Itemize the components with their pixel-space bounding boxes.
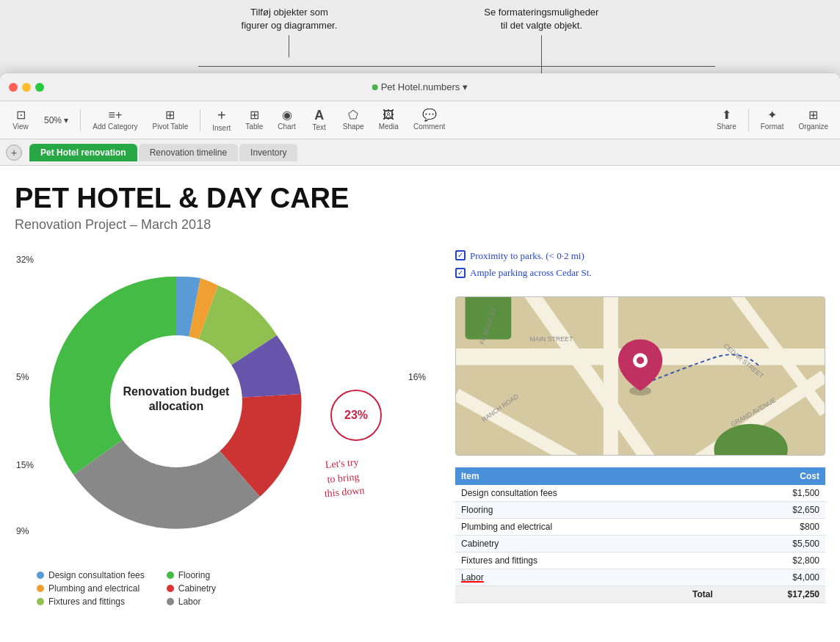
legend-item-labor: Labor: [167, 597, 216, 607]
data-table-container: Item Cost Design consultation fees $1,50…: [455, 467, 825, 603]
zoom-icon: 50% ▾: [44, 116, 68, 125]
shape-button[interactable]: ⬠ Shape: [337, 106, 370, 134]
legend-col-1: Design consultation fees Plumbing and el…: [37, 570, 145, 607]
tab-renovation-timeline[interactable]: Renovation timeline: [139, 144, 238, 161]
legend-item-fixtures: Fixtures and fittings: [37, 597, 145, 607]
legend-dot-labor: [167, 598, 174, 605]
svg-point-16: [637, 357, 644, 364]
note-proximity-text: Proximity to parks. (< 0·2 mi): [470, 247, 584, 264]
format-icon: ✦: [767, 109, 777, 121]
right-panel: ✓ Proximity to parks. (< 0·2 mi) ✓ Ample…: [455, 247, 825, 603]
legend-dot-design: [37, 572, 44, 579]
table-row: Fixtures and fittings $2,800: [455, 552, 825, 569]
window-title-text: Pet Hotel.numbers: [381, 81, 460, 92]
svg-rect-3: [604, 297, 618, 455]
checkbox-proximity: ✓: [455, 250, 466, 260]
note-proximity: ✓ Proximity to parks. (< 0·2 mi): [455, 247, 825, 264]
row-cost-cabinetry: $5,500: [719, 535, 825, 552]
legend-label-flooring: Flooring: [178, 570, 210, 580]
annotation-left: Tilføj objekter som figurer og diagramme…: [242, 6, 338, 73]
sheet-area[interactable]: PET HOTEL & DAY CARE Renovation Project …: [0, 166, 840, 642]
chart-label-5: 5%: [16, 372, 29, 382]
legend-dot-flooring: [167, 572, 174, 579]
table-label: Table: [245, 123, 263, 131]
chart-label-15: 15%: [16, 460, 34, 470]
view-button[interactable]: ⊡ View: [6, 106, 35, 134]
legend-label-cabinetry: Cabinetry: [178, 583, 216, 594]
legend-dot-plumbing: [37, 585, 44, 592]
text-icon: A: [314, 109, 324, 122]
annotation-right-line: [541, 35, 542, 73]
toolbar-sep-3: [748, 109, 749, 131]
organize-button[interactable]: ⊞ Organize: [792, 106, 834, 134]
table-row: Plumbing and electrical $800: [455, 518, 825, 535]
table-row: Flooring $2,650: [455, 501, 825, 518]
annotation-right-text: Se formateringsmuligheder til det valgte…: [484, 6, 598, 32]
legend-label-labor: Labor: [178, 597, 201, 607]
legend-label-design: Design consultation fees: [48, 570, 145, 580]
add-tab-button[interactable]: +: [6, 145, 22, 161]
chart-legend: Design consultation fees Plumbing and el…: [37, 570, 441, 607]
window-title-dropdown-icon[interactable]: ▾: [463, 81, 468, 92]
pivot-table-button[interactable]: ⊞ Pivot Table: [147, 106, 195, 134]
view-label: View: [12, 123, 29, 131]
row-cost-labor: $4,000: [719, 569, 825, 586]
annotation-right: Se formateringsmuligheder til det valgte…: [484, 6, 598, 73]
checkbox-parking: ✓: [455, 268, 466, 278]
insert-icon: +: [217, 108, 226, 123]
share-icon: ⬆: [722, 109, 731, 121]
add-category-label: Add Category: [93, 123, 137, 131]
toolbar: ⊡ View 50% ▾ ≡+ Add Category ⊞ Pivot Tab…: [0, 101, 840, 139]
legend-item-flooring: Flooring: [167, 570, 216, 580]
share-button[interactable]: ⬆ Share: [711, 106, 742, 134]
row-cost-plumbing: $800: [719, 518, 825, 535]
table-icon: ⊞: [250, 109, 259, 121]
table-button[interactable]: ⊞ Table: [239, 106, 269, 134]
table-row-labor: Labor $4,000: [455, 569, 825, 586]
top-annotations: Tilføj objekter som figurer og diagramme…: [0, 0, 840, 73]
map-area: FILMORE ST MAIN STREET RANCH ROAD CEDAR …: [455, 296, 825, 456]
row-item-labor: Labor: [455, 569, 719, 586]
format-button[interactable]: ✦ Format: [755, 106, 790, 134]
media-icon: 🖼: [383, 109, 394, 121]
insert-button[interactable]: + Insert: [206, 105, 236, 135]
total-value: $17,250: [719, 586, 825, 602]
chart-center-text-2: allocation: [149, 400, 204, 412]
toolbar-sep-1: [80, 109, 81, 131]
tab-pet-hotel-renovation[interactable]: Pet Hotel renovation: [29, 144, 137, 161]
row-cost-flooring: $2,650: [719, 501, 825, 518]
close-button[interactable]: [9, 83, 18, 92]
media-label: Media: [379, 123, 399, 131]
content-grid: 32% 5% 15% 9% 16%: [15, 247, 825, 603]
text-button[interactable]: A Text: [305, 106, 334, 134]
data-table: Item Cost Design consultation fees $1,50…: [455, 467, 825, 603]
table-total-row: Total $17,250: [455, 586, 825, 602]
format-label: Format: [761, 123, 784, 131]
chart-button[interactable]: ◉ Chart: [272, 106, 301, 134]
text-label: Text: [313, 123, 326, 131]
svg-text:MAIN STREET: MAIN STREET: [529, 335, 573, 342]
subtitle: Renovation Project – March 2018: [15, 217, 825, 233]
content-area: PET HOTEL & DAY CARE Renovation Project …: [0, 166, 840, 642]
minimize-button[interactable]: [22, 83, 31, 92]
pivot-table-label: Pivot Table: [153, 123, 189, 131]
share-label: Share: [717, 123, 736, 131]
legend-col-2: Flooring Cabinetry Labor: [167, 570, 216, 607]
shape-label: Shape: [343, 123, 364, 131]
window-title: Pet Hotel.numbers ▾: [372, 81, 468, 92]
circle-23-annotation: 23%: [330, 390, 382, 441]
legend-label-fixtures: Fixtures and fittings: [48, 597, 125, 607]
tab-inventory[interactable]: Inventory: [239, 144, 297, 161]
media-button[interactable]: 🖼 Media: [373, 106, 405, 134]
fullscreen-button[interactable]: [35, 83, 44, 92]
comment-button[interactable]: 💬 Comment: [408, 106, 451, 134]
row-cost-design: $1,500: [719, 485, 825, 502]
zoom-button[interactable]: 50% ▾: [38, 113, 74, 128]
toolbar-sep-2: [200, 109, 200, 131]
shape-icon: ⬠: [348, 109, 358, 121]
note-parking-text: Ample parking across Cedar St.: [470, 264, 592, 281]
main-title: PET HOTEL & DAY CARE: [15, 183, 825, 214]
organize-label: Organize: [798, 123, 828, 131]
organize-icon: ⊞: [808, 109, 818, 121]
add-category-button[interactable]: ≡+ Add Category: [87, 106, 143, 134]
